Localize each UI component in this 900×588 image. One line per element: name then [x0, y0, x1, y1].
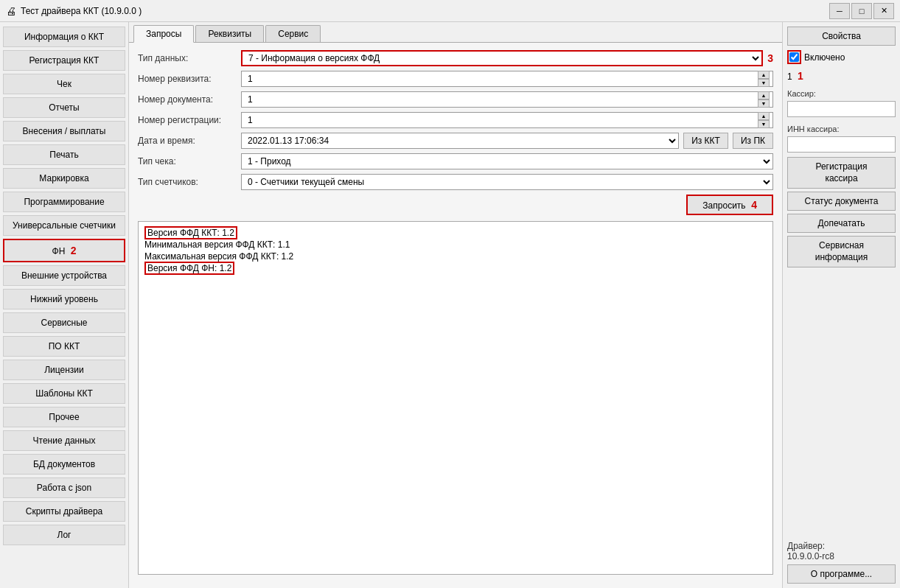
data-type-row: Тип данных: 7 - Информация о версиях ФФД… [138, 50, 773, 66]
sidebar-item-read-data[interactable]: Чтение данных [3, 430, 125, 451]
driver-info: Драйвер: 10.9.0.0-rc8 [787, 541, 896, 561]
reg-number-input[interactable] [245, 115, 758, 125]
sidebar-item-check[interactable]: Чек [3, 74, 125, 94]
inn-label: ИНН кассира: [787, 125, 896, 133]
check-type-select[interactable]: 1 - Приход [241, 153, 773, 169]
doc-status-button[interactable]: Статус документа [787, 192, 896, 211]
sidebar-item-work-json[interactable]: Работа с json [3, 477, 125, 498]
result-text-4: Версия ФФД ФН: 1.2 [144, 262, 234, 275]
sidebar-item-programming[interactable]: Программирование [3, 192, 125, 212]
service-info-button[interactable]: Сервиснаяинформация [787, 236, 896, 267]
data-type-label: Тип данных: [138, 53, 241, 63]
sidebar-item-templates[interactable]: Шаблоны ККТ [3, 383, 125, 404]
result-line-1: Версия ФФД ККТ: 1.2 [144, 228, 767, 238]
req-number-spinbox: ▲ ▼ [241, 71, 773, 87]
spacer [787, 270, 896, 535]
enabled-label: Включено [804, 52, 845, 63]
sidebar-item-fn[interactable]: ФН 2 [3, 239, 125, 262]
sidebar-item-info-kkt[interactable]: Информация о ККТ [3, 27, 125, 47]
sidebar-item-other[interactable]: Прочее [3, 407, 125, 427]
result-text-2: Минимальная версия ФФД ККТ: 1.1 [144, 239, 290, 250]
center-content: Запросы Реквизиты Сервис Тип данных: 7 -… [129, 22, 782, 588]
result-area: Версия ФФД ККТ: 1.2 Минимальная версия Ф… [138, 221, 773, 575]
enabled-checkbox-container [787, 50, 801, 64]
from-kkt-button[interactable]: Из ККТ [683, 133, 728, 149]
req-number-up[interactable]: ▲ [758, 71, 770, 79]
tab-service[interactable]: Сервис [265, 25, 321, 42]
sidebar-item-print[interactable]: Печать [3, 144, 125, 165]
enabled-row: Включено [787, 50, 896, 64]
cashier-input[interactable] [787, 101, 896, 117]
data-type-select[interactable]: 7 - Информация о версиях ФФД [241, 50, 763, 66]
reprint-button[interactable]: Допечатать [787, 214, 896, 233]
right-number: 1 1 [787, 70, 896, 82]
minimize-button[interactable]: ─ [829, 3, 850, 19]
doc-number-label: Номер документа: [138, 94, 241, 105]
sidebar-item-service[interactable]: Сервисные [3, 312, 125, 333]
sidebar-item-universal-counters[interactable]: Универсальные счетчики [3, 215, 125, 236]
doc-number-up[interactable]: ▲ [758, 91, 770, 99]
service-info-text: Сервиснаяинформация [815, 240, 868, 262]
sidebar-item-lower-level[interactable]: Нижний уровень [3, 289, 125, 309]
sidebar-item-cash-inout[interactable]: Внесения / выплаты [3, 121, 125, 141]
datetime-label: Дата и время: [138, 136, 241, 146]
sidebar-item-ext-devices[interactable]: Внешние устройства [3, 265, 125, 286]
counter-type-row: Тип счетчиков: 0 - Счетчики текущей смен… [138, 174, 773, 190]
req-number-label: Номер реквизита: [138, 74, 241, 84]
datetime-select[interactable]: 2022.01.13 17:06:34 [241, 133, 679, 149]
sidebar-item-reg-kkt[interactable]: Регистрация ККТ [3, 50, 125, 71]
result-text-1: Версия ФФД ККТ: 1.2 [144, 226, 237, 239]
datetime-container: 2022.01.13 17:06:34 Из ККТ Из ПК [241, 133, 773, 149]
result-line-3: Максимальная версия ФФД ККТ: 1.2 [144, 251, 767, 262]
counter-type-input-container: 0 - Счетчики текущей смены [241, 174, 773, 190]
close-button[interactable]: ✕ [873, 3, 894, 19]
data-type-input-container: 7 - Информация о версиях ФФД 3 [241, 50, 773, 66]
reg-number-up[interactable]: ▲ [758, 112, 770, 120]
tab-requests[interactable]: Запросы [133, 25, 194, 43]
req-number-down[interactable]: ▼ [758, 79, 770, 87]
maximize-button[interactable]: □ [851, 3, 872, 19]
form-area: Тип данных: 7 - Информация о версиях ФФД… [129, 43, 782, 588]
tab-bar: Запросы Реквизиты Сервис [129, 22, 782, 43]
sidebar-item-po-kkt[interactable]: ПО ККТ [3, 336, 125, 357]
title-bar: 🖨 Тест драйвера ККТ (10.9.0.0 ) ─ □ ✕ [0, 0, 900, 22]
right-panel: Свойства Включено 1 1 Кассир: ИНН кассир… [782, 22, 900, 588]
sidebar-item-db-docs[interactable]: БД документов [3, 454, 125, 475]
result-line-4: Версия ФФД ФН: 1.2 [144, 263, 767, 273]
reg-number-label: Номер регистрации: [138, 115, 241, 125]
about-button[interactable]: О программе... [787, 564, 896, 584]
sidebar-item-reports[interactable]: Отчеты [3, 97, 125, 118]
result-text-3: Максимальная версия ФФД ККТ: 1.2 [144, 251, 293, 262]
sidebar-item-licenses[interactable]: Лицензии [3, 360, 125, 380]
title-bar-text: Тест драйвера ККТ (10.9.0.0 ) [21, 6, 829, 16]
doc-number-spinbox: ▲ ▼ [241, 91, 773, 108]
inn-input[interactable] [787, 136, 896, 153]
sidebar-item-scripts[interactable]: Скрипты драйвера [3, 501, 125, 522]
doc-number-down[interactable]: ▼ [758, 99, 770, 108]
enabled-checkbox[interactable] [789, 52, 799, 62]
doc-number-row: Номер документа: ▲ ▼ [138, 91, 773, 108]
cashier-label: Кассир: [787, 89, 896, 98]
req-number-input[interactable] [245, 74, 758, 84]
reg-number-down[interactable]: ▼ [758, 120, 770, 128]
doc-number-input[interactable] [245, 94, 758, 105]
title-bar-controls: ─ □ ✕ [829, 3, 894, 19]
counter-type-select[interactable]: 0 - Счетчики текущей смены [241, 174, 773, 190]
datetime-row: Дата и время: 2022.01.13 17:06:34 Из ККТ… [138, 133, 773, 149]
data-type-annotation: 3 [767, 52, 773, 64]
reg-number-row: Номер регистрации: ▲ ▼ [138, 112, 773, 128]
reg-cashier-text: Регистрациякассира [815, 161, 867, 183]
result-line-2: Минимальная версия ФФД ККТ: 1.1 [144, 239, 767, 250]
request-button[interactable]: Запросить 4 [686, 195, 773, 215]
properties-button[interactable]: Свойства [787, 27, 896, 46]
sidebar-item-log[interactable]: Лог [3, 525, 125, 545]
sidebar-item-marking[interactable]: Маркировка [3, 168, 125, 189]
counter-type-label: Тип счетчиков: [138, 177, 241, 187]
check-type-input-container: 1 - Приход [241, 153, 773, 169]
request-row: Запросить 4 [138, 195, 773, 215]
main-container: Информация о ККТ Регистрация ККТ Чек Отч… [0, 22, 900, 588]
reg-cashier-button[interactable]: Регистрациякассира [787, 157, 896, 189]
tab-requisites[interactable]: Реквизиты [195, 25, 264, 42]
from-pc-button[interactable]: Из ПК [733, 133, 773, 149]
request-annotation: 4 [751, 199, 757, 211]
